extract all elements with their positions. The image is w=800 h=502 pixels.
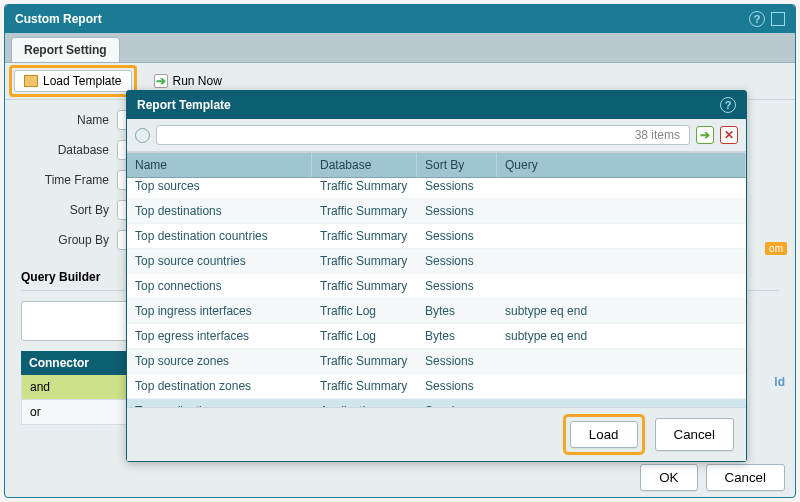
table-row[interactable]: Top destination countriesTraffic Summary… (127, 224, 746, 249)
grid-body[interactable]: Top sourcesTraffic SummarySessionsTop de… (127, 179, 746, 407)
cell-query (497, 179, 746, 198)
template-grid: Name Database Sort By Query Top sourcesT… (127, 152, 746, 407)
cell-name: Top ingress interfaces (127, 299, 312, 323)
table-row[interactable]: Top applicationsApplication StatisticsSe… (127, 399, 746, 407)
search-input[interactable] (156, 125, 690, 145)
help-icon[interactable]: ? (749, 11, 765, 27)
cell-sort: Sessions (417, 274, 497, 298)
col-sort[interactable]: Sort By (417, 153, 497, 177)
cell-database: Traffic Summary (312, 374, 417, 398)
dialog-cancel-button[interactable]: Cancel (655, 418, 735, 451)
cell-query (497, 199, 746, 223)
cell-name: Top destinations (127, 199, 312, 223)
cell-name: Top source zones (127, 349, 312, 373)
run-now-label: Run Now (173, 74, 222, 88)
dialog-search-bar: 38 items ➔ ✕ (127, 119, 746, 152)
load-button[interactable]: Load (570, 421, 638, 448)
cell-name: Top destination countries (127, 224, 312, 248)
table-row[interactable]: Top sourcesTraffic SummarySessions (127, 179, 746, 199)
cell-database: Traffic Log (312, 299, 417, 323)
cell-query (497, 224, 746, 248)
cell-name: Top destination zones (127, 374, 312, 398)
om-tag: om (765, 242, 787, 255)
cell-database: Traffic Summary (312, 199, 417, 223)
dialog-help-icon[interactable]: ? (720, 97, 736, 113)
cell-database: Traffic Summary (312, 179, 417, 198)
cell-database: Application Statistics (312, 399, 417, 407)
load-template-highlight: Load Template (9, 65, 137, 97)
tab-row: Report Setting (5, 33, 795, 63)
cell-sort: Sessions (417, 399, 497, 407)
main-titlebar: Custom Report ? (5, 5, 795, 33)
cell-name: Top sources (127, 179, 312, 198)
cell-sort: Sessions (417, 179, 497, 198)
cell-query (497, 399, 746, 407)
cell-name: Top egress interfaces (127, 324, 312, 348)
cell-sort: Bytes (417, 324, 497, 348)
load-template-label: Load Template (43, 74, 122, 88)
report-template-dialog: Report Template ? 38 items ➔ ✕ Name Data… (126, 90, 747, 462)
table-row[interactable]: Top destinationsTraffic SummarySessions (127, 199, 746, 224)
table-row[interactable]: Top destination zonesTraffic SummarySess… (127, 374, 746, 399)
table-row[interactable]: Top ingress interfacesTraffic LogBytessu… (127, 299, 746, 324)
search-go-button[interactable]: ➔ (696, 126, 714, 144)
cell-name: Top connections (127, 274, 312, 298)
cell-sort: Sessions (417, 374, 497, 398)
template-icon (24, 75, 38, 87)
load-button-highlight: Load (563, 414, 645, 455)
window-control-icon[interactable] (771, 12, 785, 26)
search-icon (135, 128, 150, 143)
search-clear-button[interactable]: ✕ (720, 126, 738, 144)
cell-sort: Sessions (417, 249, 497, 273)
cell-sort: Sessions (417, 224, 497, 248)
ld-label: ld (774, 375, 785, 389)
cell-database: Traffic Summary (312, 274, 417, 298)
tab-report-setting[interactable]: Report Setting (11, 37, 120, 62)
cell-sort: Sessions (417, 349, 497, 373)
sortby-label: Sort By (21, 203, 109, 217)
cell-name: Top source countries (127, 249, 312, 273)
name-label: Name (21, 113, 109, 127)
dialog-button-bar: Load Cancel (127, 407, 746, 461)
cell-database: Traffic Summary (312, 224, 417, 248)
run-now-button[interactable]: ➔ Run Now (145, 71, 231, 91)
main-bottom-bar: OK Cancel (640, 464, 785, 491)
cell-sort: Sessions (417, 199, 497, 223)
run-icon: ➔ (154, 74, 168, 88)
ok-button[interactable]: OK (640, 464, 697, 491)
cell-query (497, 249, 746, 273)
table-row[interactable]: Top connectionsTraffic SummarySessions (127, 274, 746, 299)
cell-database: Traffic Log (312, 324, 417, 348)
dialog-title: Report Template (137, 98, 231, 112)
cell-sort: Bytes (417, 299, 497, 323)
col-name[interactable]: Name (127, 153, 312, 177)
timeframe-label: Time Frame (21, 173, 109, 187)
cell-query (497, 374, 746, 398)
cell-database: Traffic Summary (312, 349, 417, 373)
cell-query: subtype eq end (497, 324, 746, 348)
load-template-button[interactable]: Load Template (14, 70, 132, 92)
main-title: Custom Report (15, 12, 102, 26)
table-row[interactable]: Top source countriesTraffic SummarySessi… (127, 249, 746, 274)
col-database[interactable]: Database (312, 153, 417, 177)
cell-database: Traffic Summary (312, 249, 417, 273)
groupby-label: Group By (21, 233, 109, 247)
col-query[interactable]: Query (497, 153, 746, 177)
cell-query (497, 274, 746, 298)
database-label: Database (21, 143, 109, 157)
cancel-button[interactable]: Cancel (706, 464, 786, 491)
grid-header: Name Database Sort By Query (127, 153, 746, 178)
dialog-titlebar: Report Template ? (127, 91, 746, 119)
cell-query: subtype eq end (497, 299, 746, 323)
table-row[interactable]: Top source zonesTraffic SummarySessions (127, 349, 746, 374)
table-row[interactable]: Top egress interfacesTraffic LogBytessub… (127, 324, 746, 349)
cell-query (497, 349, 746, 373)
cell-name: Top applications (127, 399, 312, 407)
